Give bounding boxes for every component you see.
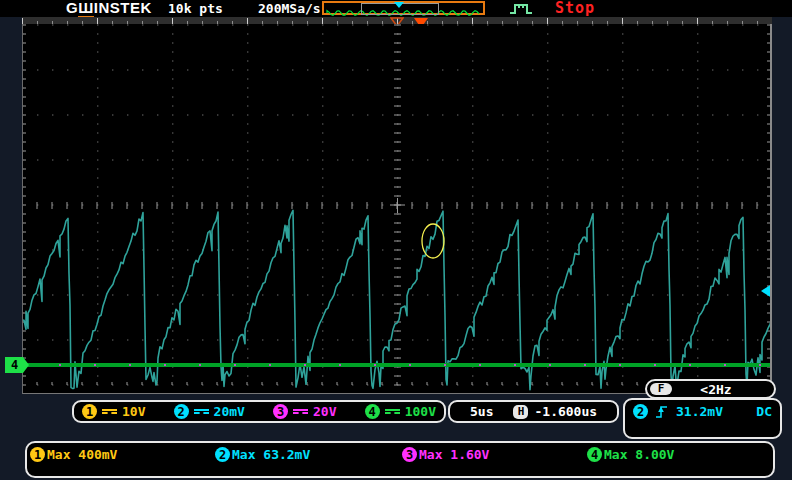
timebase-status[interactable]: 5us H -1.600us [448, 400, 619, 423]
ch2-status[interactable]: 2 20mV [174, 404, 245, 419]
trigger-coupling: DC [756, 404, 772, 419]
record-length: 10k pts [168, 1, 223, 16]
dc-coupling-icon [293, 408, 308, 415]
measurement-ch2[interactable]: 2 Max 63.2mV [215, 447, 310, 462]
brand-logo: GШINSTEK [66, 0, 152, 16]
ch3-badge: 3 [273, 404, 288, 419]
trigger-source-badge: 2 [633, 404, 648, 419]
ch1-scale: 10V [122, 404, 145, 419]
measurement-ch3[interactable]: 3 Max 1.60V [402, 447, 489, 462]
top-bar: GШINSTEK 10k pts 200MSa/s Stop [0, 0, 792, 17]
ch4-scale: 100V [405, 404, 436, 419]
acquisition-state: Stop [555, 0, 595, 16]
trigger-status[interactable]: 2 31.2mV DC [623, 398, 782, 439]
memory-trigger-marker-icon [394, 2, 404, 8]
frequency-icon: F [650, 383, 672, 395]
measurement-ch4[interactable]: 4 Max 8.00V [587, 447, 674, 462]
measurement-value: Max 1.60V [419, 447, 489, 462]
trigger-pulse-icon [508, 2, 534, 15]
waveform-display [22, 24, 772, 394]
ch3-scale: 20V [313, 404, 336, 419]
ch4-marker-label: 4 [11, 358, 18, 372]
frequency-value: <2Hz [672, 382, 774, 397]
ch2-badge: 2 [174, 404, 189, 419]
trigger-frequency-indicator: F <2Hz [645, 379, 776, 399]
horizontal-position-value: -1.600us [534, 404, 597, 419]
rising-edge-icon [655, 404, 669, 419]
ch2-badge: 2 [215, 447, 230, 462]
graticule-and-traces [22, 24, 772, 394]
measurement-value: Max 400mV [47, 447, 117, 462]
ch2-scale: 20mV [214, 404, 245, 419]
ch1-badge: 1 [30, 447, 45, 462]
memory-position-bar[interactable] [322, 1, 485, 15]
measurement-ch1[interactable]: 1 Max 400mV [30, 447, 117, 462]
trigger-level: 31.2mV [676, 404, 723, 419]
measurements-bar: 1 Max 400mV 2 Max 63.2mV 3 Max 1.60V 4 M… [25, 441, 775, 478]
ch3-status[interactable]: 3 20V [273, 404, 336, 419]
ch1-badge: 1 [82, 404, 97, 419]
timebase-scale: 5us [470, 404, 493, 419]
ch4-badge: 4 [365, 404, 380, 419]
horizontal-position-icon: H [513, 405, 528, 419]
logo-instek: INSTEK [94, 0, 152, 16]
channel-status-bar: 1 10V 2 20mV 3 20V 4 100V [72, 400, 446, 423]
measurement-value: Max 63.2mV [232, 447, 310, 462]
dc-coupling-icon [194, 408, 209, 415]
sample-rate: 200MSa/s [258, 1, 321, 16]
horizontal-position-ruler[interactable] [22, 17, 772, 24]
dc-coupling-icon [385, 408, 400, 415]
ch3-badge: 3 [402, 447, 417, 462]
ch4-badge: 4 [587, 447, 602, 462]
measurement-value: Max 8.00V [604, 447, 674, 462]
ch1-status[interactable]: 1 10V [82, 404, 145, 419]
ch4-status[interactable]: 4 100V [365, 404, 436, 419]
dc-coupling-icon [102, 408, 117, 415]
logo-g: G [66, 0, 78, 16]
